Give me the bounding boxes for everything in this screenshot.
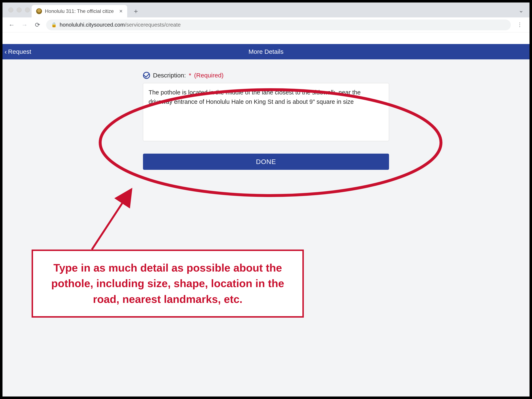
description-label: Description: — [153, 72, 186, 79]
annotation-text: Type in as much detail as possible about… — [44, 260, 292, 307]
url-path: /servicerequests/create — [125, 22, 181, 28]
url-text: honoluluhi.citysourced.com/servicereques… — [60, 22, 181, 28]
close-tab-icon[interactable]: × — [119, 8, 123, 14]
app-header: ‹ Request More Details — [2, 44, 530, 59]
tabs-overflow-icon[interactable]: ⌄ — [519, 7, 524, 14]
page-content: ‹ Request More Details Description: * (R… — [2, 44, 530, 397]
check-circle-icon — [143, 72, 150, 79]
address-bar[interactable]: 🔒 honoluluhi.citysourced.com/servicerequ… — [46, 19, 511, 30]
traffic-light-close[interactable] — [8, 7, 13, 12]
back-label: Request — [8, 48, 31, 55]
tab-title: Honolulu 311: The official citize — [45, 8, 116, 14]
form-container: Description: * (Required) DONE — [141, 72, 391, 170]
annotation-arrow — [69, 177, 152, 260]
done-button[interactable]: DONE — [143, 154, 389, 170]
traffic-light-minimize[interactable] — [17, 7, 22, 12]
back-button[interactable]: ← — [7, 21, 16, 28]
description-label-row: Description: * (Required) — [143, 72, 389, 79]
favicon-icon — [36, 8, 42, 14]
new-tab-button[interactable]: + — [130, 5, 142, 17]
url-host: honoluluhi.citysourced.com — [60, 22, 125, 28]
annotation-callout: Type in as much detail as possible about… — [32, 250, 304, 318]
reload-button[interactable]: ⟳ — [33, 21, 42, 28]
forward-button[interactable]: → — [20, 21, 29, 28]
page-title: More Details — [2, 48, 530, 55]
browser-toolbar: ← → ⟳ 🔒 honoluluhi.citysourced.com/servi… — [2, 18, 530, 32]
chevron-left-icon: ‹ — [5, 48, 7, 56]
browser-menu-icon[interactable]: ⋮ — [515, 22, 525, 28]
browser-tabstrip: Honolulu 311: The official citize × + ⌄ — [2, 2, 530, 18]
required-text: (Required) — [194, 72, 224, 79]
svg-line-1 — [92, 189, 131, 250]
required-star: * — [189, 72, 191, 79]
description-input[interactable] — [143, 83, 389, 141]
lock-icon: 🔒 — [51, 22, 57, 28]
window-controls — [8, 7, 30, 12]
traffic-light-zoom[interactable] — [25, 7, 30, 12]
back-to-request-link[interactable]: ‹ Request — [5, 48, 31, 56]
browser-tab[interactable]: Honolulu 311: The official citize × — [32, 5, 127, 18]
